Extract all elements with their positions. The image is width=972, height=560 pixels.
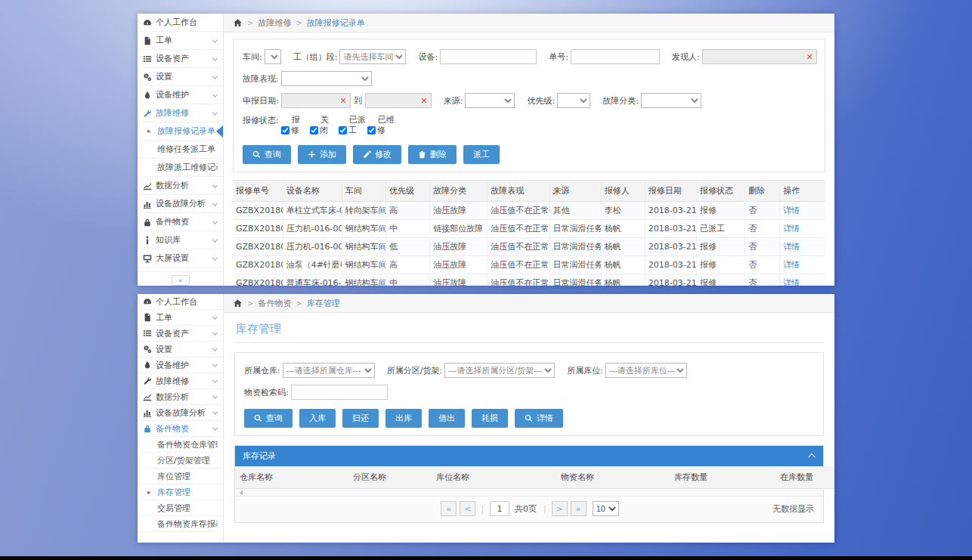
panel-title: 库存记录 — [243, 450, 276, 462]
sidebar-item[interactable]: 数据分析 — [138, 177, 223, 195]
finder-input[interactable] — [702, 49, 817, 64]
sidebar-item[interactable]: 设置 — [138, 342, 223, 357]
toolbar-button[interactable]: 详情 — [515, 409, 563, 428]
sidebar-item[interactable]: 工单 — [138, 32, 223, 50]
home-icon[interactable] — [233, 18, 243, 27]
breadcrumb: > 备件物资 > 库存管理 — [224, 294, 834, 313]
toolbar-button[interactable]: 修改 — [353, 145, 401, 164]
fault-symptom-select[interactable] — [281, 71, 372, 86]
sidebar-item[interactable]: 大屏设置 — [138, 249, 223, 268]
table-row[interactable]: GZBX2018032 单柱立式车床-015-0 转向架车间-转 高 油压故障 … — [233, 202, 825, 220]
sidebar-item[interactable]: 分区/货架管理 — [138, 453, 223, 469]
last-page-button[interactable]: » — [571, 501, 587, 516]
sidebar-item[interactable]: 故障派工维修记录单 — [138, 159, 223, 177]
status-checkbox-input[interactable] — [310, 126, 318, 135]
to-label: 到 — [354, 95, 362, 107]
toolbar-button[interactable]: 查询 — [243, 145, 291, 164]
status-checkbox-item[interactable]: 报 修 — [281, 115, 302, 136]
sidebar-item[interactable]: 故障维修 — [138, 104, 223, 122]
status-label-last: 工 — [348, 125, 357, 136]
table-row[interactable]: GZBX2018032 普通车床-016-162 钢结构车间-钢 中 油压故障 … — [233, 274, 825, 286]
sidebar-item[interactable]: 故障维修 — [138, 373, 223, 389]
sidebar-item[interactable]: 设备维护 — [138, 86, 223, 104]
next-page-button[interactable]: > — [552, 501, 568, 516]
sidebar-item[interactable]: 设备资产 — [138, 326, 223, 342]
breadcrumb-item[interactable]: 库存管理 — [307, 298, 340, 309]
breadcrumb-item[interactable]: 故障报修记录单 — [307, 17, 365, 29]
toolbar-button[interactable]: 归还 — [342, 409, 379, 428]
workshop-select[interactable] — [265, 49, 281, 64]
sidebar-item[interactable]: 备件物资 — [138, 421, 223, 437]
detail-link[interactable]: 详情 — [783, 242, 800, 252]
first-page-button[interactable]: « — [441, 501, 457, 516]
status-checkbox-input[interactable] — [339, 126, 347, 135]
toolbar-button[interactable]: 查询 — [244, 409, 293, 428]
source-select[interactable] — [465, 93, 515, 108]
sidebar-item[interactable]: 库位管理 — [138, 469, 223, 484]
breadcrumb-item[interactable]: 备件物资 — [258, 298, 291, 309]
sidebar-item[interactable]: 备件物资库存报表 — [138, 516, 223, 532]
toolbar-button[interactable]: 借出 — [429, 409, 465, 428]
horizontal-scrollbar[interactable] — [235, 489, 823, 497]
sidebar-item[interactable]: 设备资产 — [138, 50, 223, 68]
fault-category-select[interactable] — [641, 93, 701, 108]
sidebar-item[interactable]: 备件物资仓库管理 — [138, 437, 223, 453]
sku-input[interactable] — [291, 385, 388, 400]
table-row[interactable]: GZBX2018032 油泵（4#针磨电机） 钢结构车间-钢 高 油压故障 油压… — [233, 256, 825, 274]
sidebar-item[interactable]: 设备故障分析 — [138, 195, 223, 213]
sidebar-item[interactable]: 数据分析 — [138, 389, 223, 405]
sidebar-item[interactable]: 维修任务派工单 — [138, 141, 223, 159]
toolbar-button-label: 添加 — [320, 149, 336, 160]
toolbar-button[interactable]: 出库 — [385, 409, 422, 428]
sidebar-collapse-button[interactable]: « — [172, 275, 190, 286]
home-icon[interactable] — [233, 299, 243, 308]
clear-x-icon[interactable]: ✕ — [340, 97, 347, 105]
status-checkbox-input[interactable] — [367, 126, 376, 135]
location-select[interactable]: ---请选择所库位--- — [605, 363, 687, 378]
status-checkbox-item[interactable]: 已派 工 — [339, 115, 359, 136]
collapse-up-icon[interactable] — [808, 453, 816, 461]
toolbar-button[interactable]: 派工 — [463, 145, 500, 164]
prev-page-button[interactable]: < — [460, 501, 475, 516]
table-row[interactable]: GZBX2018032 压力机-016-001 钢结构车间-钢 低 油压故障 油… — [233, 238, 825, 256]
sidebar-item-label: 故障维修 — [156, 376, 218, 387]
sidebar-item[interactable]: 知识库 — [138, 231, 223, 249]
current-page-input[interactable]: 1 — [490, 501, 509, 516]
cell-workshop: 钢结构车间-钢 — [342, 256, 385, 274]
screenshot-inventory-management: 个人工作台 工单 设备资产 — [138, 294, 834, 543]
device-input[interactable] — [440, 49, 537, 64]
detail-link[interactable]: 详情 — [783, 206, 800, 215]
sidebar-item[interactable]: ▸ 故障报修记录单 — [138, 122, 223, 141]
team-select[interactable]: 请先选择车间 — [339, 49, 406, 64]
table-row[interactable]: GZBX2018032 压力机-016-001 钢结构车间-钢 中 链接部位故障… — [233, 220, 825, 238]
status-checkbox-item[interactable]: 已维 修 — [367, 115, 388, 136]
clear-x-icon[interactable]: ✕ — [806, 53, 813, 61]
clear-x-icon[interactable]: ✕ — [421, 97, 428, 105]
toolbar-button[interactable]: 添加 — [298, 145, 346, 164]
sidebar-item[interactable]: 工单 — [138, 310, 223, 326]
toolbar-button[interactable]: 耗损 — [472, 409, 508, 428]
warehouse-select[interactable]: ---请选择所属仓库--- — [283, 363, 375, 378]
sidebar-item[interactable]: 设备维护 — [138, 357, 223, 373]
sidebar-item[interactable]: 设备故障分析 — [138, 405, 223, 421]
sidebar-item[interactable]: 个人工作台 — [138, 14, 223, 32]
sidebar-item[interactable]: 个人工作台 — [138, 294, 223, 310]
toolbar-button-label: 出库 — [395, 413, 412, 424]
cell-priority: 中 — [385, 220, 429, 238]
detail-link[interactable]: 详情 — [783, 278, 800, 286]
priority-select[interactable] — [557, 93, 590, 108]
sidebar-item[interactable]: 设置 — [138, 68, 223, 86]
status-checkbox-input[interactable] — [281, 126, 289, 135]
page-size-select[interactable]: 10 — [593, 501, 619, 516]
detail-link[interactable]: 详情 — [783, 224, 800, 234]
sidebar-item[interactable]: ▸ 库存管理 — [138, 484, 223, 500]
breadcrumb-item[interactable]: 故障维修 — [258, 17, 291, 29]
status-checkbox-item[interactable]: 关 闭 — [310, 115, 330, 136]
sidebar-item[interactable]: 备件物资 — [138, 213, 223, 231]
sidebar-item[interactable]: 交易管理 — [138, 500, 223, 516]
order-no-input[interactable] — [571, 49, 660, 64]
detail-link[interactable]: 详情 — [783, 260, 800, 270]
toolbar-button[interactable]: 删除 — [408, 145, 457, 164]
zone-select[interactable]: ---请选择所属分区/货架--- — [444, 363, 555, 378]
toolbar-button[interactable]: 入库 — [299, 409, 336, 428]
